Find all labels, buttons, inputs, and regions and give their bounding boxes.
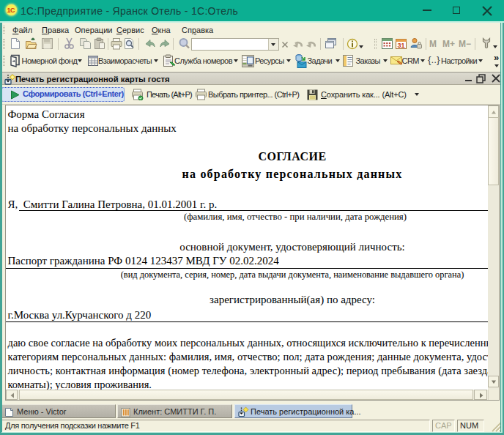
svg-text:31: 31 bbox=[397, 42, 404, 49]
